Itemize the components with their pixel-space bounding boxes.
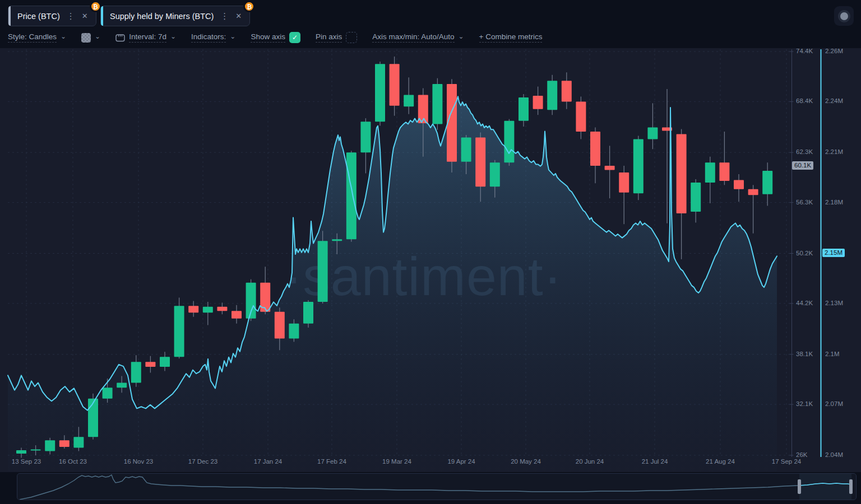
candle-body <box>103 388 113 398</box>
style-label: Style: Candles <box>8 32 57 43</box>
candle-body <box>562 81 572 101</box>
candle-body <box>131 362 141 382</box>
combine-metrics-button[interactable]: + Combine metrics <box>479 32 543 43</box>
candle-body <box>677 134 687 213</box>
candle-body <box>16 450 26 454</box>
candle-body <box>160 357 170 367</box>
candle-body <box>318 241 328 302</box>
candle-body <box>748 189 758 195</box>
candle-body <box>705 162 715 183</box>
minimap-selection[interactable] <box>799 474 851 500</box>
price-current-badge: 60.1K <box>792 161 813 170</box>
candle-body <box>332 239 342 241</box>
candle-body <box>45 440 55 451</box>
color-swatch-selector[interactable]: ⌄ <box>81 33 100 43</box>
candle-body <box>762 171 772 194</box>
candle-body <box>232 311 242 318</box>
tab-accent-bar <box>101 6 103 26</box>
interval-selector[interactable]: Interval: 7d ⌄ <box>115 32 176 43</box>
pin-axis-checkbox[interactable] <box>346 32 357 43</box>
chevron-down-icon: ⌄ <box>95 32 100 40</box>
interval-icon <box>115 34 125 42</box>
indicators-selector[interactable]: Indicators: ⌄ <box>191 32 235 43</box>
candle-body <box>31 450 41 451</box>
tab-accent-bar <box>8 6 11 26</box>
candle-body <box>647 128 658 139</box>
candle-body <box>504 121 514 162</box>
candle-body <box>590 132 600 166</box>
candle-body <box>475 137 485 186</box>
show-axis-label: Show axis <box>251 32 285 43</box>
candle-body <box>734 180 744 189</box>
axis-maxmin-label: Axis max/min: Auto/Auto <box>372 32 454 43</box>
candle-body <box>303 302 313 324</box>
candle-body <box>547 81 557 110</box>
candle-body <box>73 437 84 447</box>
header-bar: Price (BTC) ⋮ ✕ ₿ Supply held by Miners … <box>0 0 861 27</box>
candle-body <box>174 306 184 357</box>
candle-body <box>203 307 213 312</box>
record-icon <box>840 12 848 20</box>
candle-body <box>605 166 615 170</box>
candle-body <box>117 382 127 388</box>
candle-body <box>533 96 543 109</box>
color-swatch-icon <box>81 33 91 43</box>
candle-body <box>576 101 586 132</box>
candle-body <box>490 162 500 186</box>
style-selector[interactable]: Style: Candles ⌄ <box>8 32 66 43</box>
candle-body <box>619 172 629 193</box>
indicators-label: Indicators: <box>191 32 226 43</box>
tab-supply-held-by-miners[interactable]: Supply held by Miners (BTC) ⋮ ✕ ₿ <box>100 6 250 26</box>
chevron-down-icon: ⌄ <box>61 32 66 40</box>
minimap-line <box>20 475 851 500</box>
candle-body <box>375 64 385 122</box>
candle-body <box>88 399 98 437</box>
price-chart-canvas[interactable]: ·santiment· 74.4K68.4K62.3K56.3K50.2K44.… <box>0 48 861 472</box>
candle-body <box>432 84 442 124</box>
minimap-plot <box>17 474 856 500</box>
minimap-right-handle[interactable] <box>849 479 853 494</box>
chevron-down-icon: ⌄ <box>170 32 176 40</box>
candle-body <box>360 122 371 152</box>
chevron-down-icon: ⌄ <box>459 32 464 40</box>
candle-body <box>145 362 155 367</box>
chevron-down-icon: ⌄ <box>230 32 235 40</box>
candle-body <box>346 152 357 239</box>
pin-axis-label: Pin axis <box>316 32 342 43</box>
supply-current-badge: 2.15M <box>822 249 845 257</box>
candle-body <box>719 162 729 181</box>
chart-actions-button[interactable] <box>834 6 854 26</box>
combine-metrics-label: + Combine metrics <box>479 32 543 43</box>
candle-body <box>275 312 285 339</box>
chart-plot <box>0 0 861 472</box>
bitcoin-icon: ₿ <box>243 1 255 12</box>
tab-label: Supply held by Miners (BTC) <box>110 12 214 21</box>
tab-menu-icon[interactable]: ⋮ <box>66 11 76 21</box>
candle-body <box>217 307 227 311</box>
tab-close-icon[interactable]: ✕ <box>235 12 242 20</box>
candle-body <box>404 95 414 106</box>
candle-body <box>188 306 198 312</box>
minimap-left-handle[interactable] <box>798 479 801 494</box>
tab-label: Price (BTC) <box>17 12 60 21</box>
show-axis-checkbox[interactable]: ✓ <box>289 32 300 43</box>
candle-body <box>691 183 701 212</box>
candle-body <box>289 324 299 339</box>
pin-axis-toggle[interactable]: Pin axis <box>316 32 357 43</box>
interval-label: Interval: 7d <box>129 32 166 43</box>
candle-body <box>447 84 457 162</box>
show-axis-toggle[interactable]: Show axis ✓ <box>251 32 300 43</box>
candle-body <box>461 137 471 161</box>
axis-maxmin-selector[interactable]: Axis max/min: Auto/Auto ⌄ <box>372 32 464 43</box>
tab-close-icon[interactable]: ✕ <box>82 12 88 20</box>
tab-price-btc[interactable]: Price (BTC) ⋮ ✕ ₿ <box>8 6 96 26</box>
candle-body <box>59 440 70 447</box>
candle-body <box>519 97 529 121</box>
tab-menu-icon[interactable]: ⋮ <box>220 11 229 21</box>
candle-body <box>390 64 400 105</box>
candle-body <box>633 139 644 193</box>
bitcoin-icon: ₿ <box>90 1 101 12</box>
timeline-minimap[interactable] <box>17 473 857 500</box>
chart-toolbar: Style: Candles ⌄ ⌄ Interval: 7d ⌄ Indica… <box>0 27 861 48</box>
